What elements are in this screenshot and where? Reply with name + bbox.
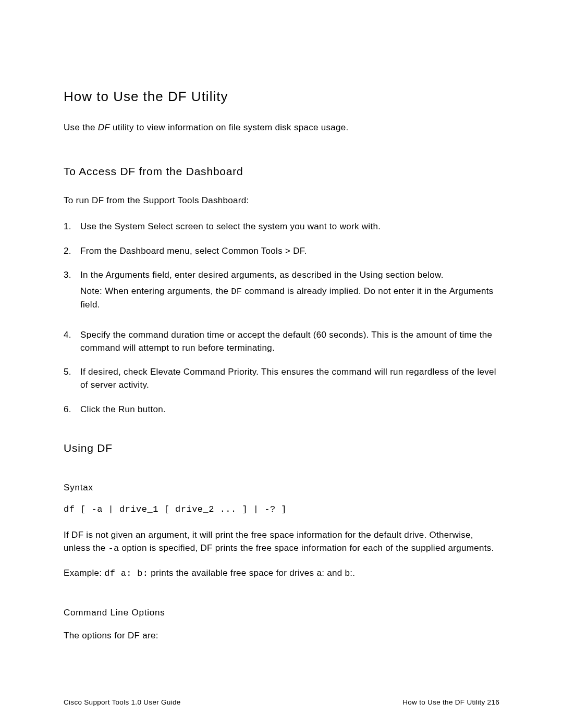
body-code: -a: [108, 544, 119, 553]
step-text: Use the System Select screen to select t…: [80, 221, 381, 231]
step-text: In the Arguments field, enter desired ar…: [80, 270, 444, 280]
note-code: DF: [231, 287, 242, 297]
step-number: 4.: [64, 329, 71, 342]
document-page: How to Use the DF Utility Use the DF uti…: [0, 0, 563, 728]
syntax-code: df [ -a | drive_1 [ drive_2 ... ] | -? ]: [64, 504, 499, 514]
section-access-lead: To run DF from the Support Tools Dashboa…: [64, 195, 499, 206]
footer-left: Cisco Support Tools 1.0 User Guide: [64, 698, 181, 706]
section-access-heading: To Access DF from the Dashboard: [64, 165, 499, 178]
page-footer: Cisco Support Tools 1.0 User Guide How t…: [64, 698, 499, 706]
step-1: 1. Use the System Select screen to selec…: [64, 220, 499, 233]
syntax-heading: Syntax: [64, 483, 499, 493]
note-pre: Note: When entering arguments, the: [80, 286, 231, 296]
step-6: 6. Click the Run button.: [64, 403, 499, 416]
page-title: How to Use the DF Utility: [64, 89, 499, 105]
body-post: option is specified, DF prints the free …: [119, 543, 494, 553]
intro-text-pre: Use the: [64, 122, 98, 132]
step-text: If desired, check Elevate Command Priori…: [80, 367, 496, 390]
step-5: 5. If desired, check Elevate Command Pri…: [64, 366, 499, 391]
footer-right: How to Use the DF Utility 216: [402, 698, 499, 706]
step-number: 2.: [64, 245, 71, 258]
example-pre: Example:: [64, 568, 104, 578]
cmdline-body: The options for DF are:: [64, 630, 499, 643]
step-3: 3. In the Arguments field, enter desired…: [64, 269, 499, 311]
intro-paragraph: Use the DF utility to view information o…: [64, 122, 499, 133]
step-number: 6.: [64, 403, 71, 416]
step-text: Specify the command duration time or acc…: [80, 330, 492, 353]
cmdline-heading: Command Line Options: [64, 608, 499, 618]
step-note: Note: When entering arguments, the DF co…: [80, 285, 499, 311]
step-text: Click the Run button.: [80, 404, 166, 414]
step-2: 2. From the Dashboard menu, select Commo…: [64, 245, 499, 258]
intro-text-post: utility to view information on file syst…: [110, 122, 349, 132]
example-post: prints the available free space for driv…: [148, 568, 355, 578]
step-number: 1.: [64, 220, 71, 233]
step-number: 5.: [64, 366, 71, 379]
intro-em: DF: [98, 122, 110, 132]
example-line: Example: df a: b: prints the available f…: [64, 568, 499, 578]
example-code: df a: b:: [104, 569, 148, 578]
step-text: From the Dashboard menu, select Common T…: [80, 246, 307, 256]
step-number: 3.: [64, 269, 71, 282]
step-4: 4. Specify the command duration time or …: [64, 329, 499, 354]
section-using-heading: Using DF: [64, 442, 499, 454]
steps-list: 1. Use the System Select screen to selec…: [64, 220, 499, 416]
syntax-description: If DF is not given an argument, it will …: [64, 529, 499, 555]
